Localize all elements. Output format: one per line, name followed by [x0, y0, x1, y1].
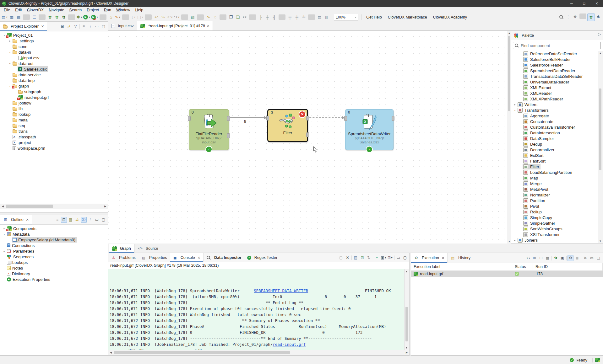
- scroll-right-arrow[interactable]: ▶: [404, 350, 409, 355]
- execution-toolbar-button[interactable]: ▢▼: [595, 255, 601, 261]
- tab-outline[interactable]: Outline✕: [0, 215, 32, 224]
- tree-item[interactable]: Salaries.xlsx: [0, 66, 108, 72]
- output-port[interactable]: [306, 132, 309, 137]
- close-icon[interactable]: ✕: [41, 24, 44, 29]
- toolbar-button[interactable]: ▼: [249, 14, 256, 20]
- toolbar-button[interactable]: ✿ ▼: [60, 14, 67, 21]
- expand-chevron-icon[interactable]: ▾: [2, 233, 6, 236]
- console-view-tab[interactable]: Problems ✕: [108, 253, 139, 262]
- toolbar-button[interactable]: ▼: [100, 14, 106, 20]
- expand-chevron-icon[interactable]: ▾: [513, 109, 517, 112]
- palette-item[interactable]: Denormalizer: [511, 147, 603, 153]
- tree-item[interactable]: read-input.grf: [0, 94, 108, 100]
- toolbar-button[interactable]: ☰ ▼: [31, 14, 38, 21]
- clover-status-icon[interactable]: [595, 358, 600, 362]
- editor-mode-tab[interactable]: Graph: [109, 244, 134, 253]
- tree-item[interactable]: subgraph: [0, 89, 108, 94]
- scroll-up-arrow[interactable]: ▲: [598, 51, 602, 55]
- tree-item[interactable]: ▾ data-in: [0, 49, 108, 55]
- tree-item[interactable]: meta: [0, 117, 108, 123]
- scroll-down-arrow[interactable]: ▼: [405, 345, 409, 350]
- tree-item[interactable]: conn: [0, 44, 108, 49]
- tree-item[interactable]: ▾ data-out: [0, 61, 108, 66]
- toolbar-button[interactable]: ❐ ▼: [227, 14, 234, 21]
- dropdown-arrow-icon[interactable]: ▼: [141, 16, 144, 18]
- palette-item[interactable]: Dedup: [511, 141, 603, 147]
- toolbar-button[interactable]: ▥ ▼: [323, 14, 330, 21]
- execution-toolbar-button[interactable]: ▭▼: [589, 255, 595, 261]
- execution-toolbar-button[interactable]: ▣▼: [559, 255, 565, 261]
- output-port[interactable]: [227, 116, 230, 121]
- panel-header-button[interactable]: ⊞: [61, 217, 67, 223]
- tree-item[interactable]: seq: [0, 123, 108, 128]
- toolbar-button[interactable]: ✂ ▼: [241, 14, 248, 21]
- toolbar-button[interactable]: ↪ ▼: [160, 14, 166, 21]
- palette-item[interactable]: DataSampler: [511, 136, 603, 141]
- close-icon[interactable]: ✕: [442, 256, 444, 260]
- node-flatfilereader[interactable]: 0 FlatFileReader ${DATAIN_DIR}/ input.cs…: [189, 109, 229, 150]
- toolbar-button[interactable]: ✿: [587, 13, 595, 21]
- horizontal-scrollbar[interactable]: ◀ ▶: [0, 204, 108, 209]
- console-toolbar-button[interactable]: ▭▼: [395, 255, 401, 261]
- palette-item[interactable]: MetaPivot: [511, 186, 603, 192]
- tree-item[interactable]: .classpath: [0, 134, 108, 140]
- dropdown-arrow-icon[interactable]: ▼: [178, 16, 180, 18]
- window-control-button[interactable]: ─: [565, 0, 578, 7]
- dropdown-arrow-icon[interactable]: ▼: [88, 16, 90, 18]
- execution-toolbar-button[interactable]: ✿▼: [568, 255, 573, 261]
- console-toolbar-button[interactable]: ▼: [351, 255, 352, 260]
- toolbar-button[interactable]: ▼: [39, 14, 46, 20]
- scrollbar-thumb[interactable]: [6, 205, 53, 208]
- toolbar-button[interactable]: ↶ ▼: [166, 14, 173, 21]
- toolbar-button[interactable]: ✎ ▼: [114, 14, 121, 21]
- tree-item[interactable]: jobflow: [0, 100, 108, 106]
- dropdown-arrow-icon[interactable]: ▼: [119, 16, 121, 18]
- dropdown-arrow-icon[interactable]: ▼: [171, 16, 173, 18]
- edge-filter-spreadsheetdatawriter[interactable]: [306, 117, 343, 118]
- menu-item[interactable]: Edit: [13, 7, 24, 13]
- console-toolbar-button[interactable]: ▣▼: [381, 255, 387, 261]
- palette-item[interactable]: Merge: [511, 181, 603, 186]
- execution-toolbar-button[interactable]: ⇥▼: [525, 255, 531, 261]
- expand-chevron-icon[interactable]: ▸: [8, 40, 12, 42]
- node-spreadsheetdatawriter[interactable]: 0 X SpreadsheetDataWriter ${DATAOUT_DIR}…: [345, 109, 394, 150]
- find-component-input[interactable]: [513, 42, 601, 49]
- tree-item[interactable]: input.csv: [0, 55, 108, 61]
- panel-header-button[interactable]: ⇄: [66, 24, 72, 29]
- dropdown-arrow-icon[interactable]: ▼: [80, 16, 83, 18]
- scrollbar-thumb[interactable]: [599, 88, 601, 170]
- toolbar-button[interactable]: ╫ ▼: [264, 14, 271, 21]
- column-execution-label[interactable]: Execution label: [411, 263, 512, 270]
- scroll-right-arrow[interactable]: ▶: [103, 204, 108, 209]
- scrollbar-thumb[interactable]: [508, 36, 510, 111]
- toolbar-button[interactable]: ▢ ▼: [137, 14, 144, 21]
- palette-item[interactable]: SimpleGather: [511, 220, 603, 226]
- toolbar-button[interactable]: ╧ ▼: [300, 14, 307, 21]
- execution-toolbar-button[interactable]: ▼: [581, 256, 581, 260]
- tree-item[interactable]: data-tmp: [0, 78, 108, 83]
- panel-header-button[interactable]: ≡: [54, 217, 60, 223]
- toolbar-button[interactable]: ▦ ▼: [8, 14, 15, 21]
- palette-item[interactable]: DataIntersection: [511, 130, 603, 136]
- tree-item[interactable]: Notes: [0, 265, 108, 271]
- execution-toolbar-button[interactable]: ✿▼: [553, 255, 559, 261]
- panel-header-button[interactable]: ∇: [73, 24, 79, 29]
- console-link[interactable]: read-input.grf: [273, 342, 306, 347]
- input-port[interactable]: [266, 116, 269, 120]
- toolbar-button[interactable]: ◌ ▼: [212, 14, 219, 21]
- panel-header-button[interactable]: ⓘ: [81, 217, 87, 223]
- toolbar-button[interactable]: ╢ ▼: [271, 14, 278, 21]
- tree-item[interactable]: Dictionary: [0, 271, 108, 276]
- console-toolbar-button[interactable]: ✖▼: [345, 255, 350, 261]
- tree-item[interactable]: ▸ Parameters: [0, 248, 108, 254]
- scroll-left-arrow[interactable]: ◀: [0, 204, 5, 209]
- editor-tab[interactable]: *read-input.grf [Project_01] #178 ✕: [137, 21, 213, 30]
- collapse-palette-button[interactable]: ▷: [596, 31, 602, 37]
- console-toolbar-button[interactable]: ⌖▼: [374, 255, 380, 261]
- palette-item[interactable]: SalesforceBulkReader: [511, 56, 603, 62]
- tree-item[interactable]: ▸ .settings: [0, 38, 108, 44]
- tree-item[interactable]: ▾ Metadata: [0, 231, 108, 237]
- menu-item[interactable]: Help: [133, 7, 146, 13]
- panel-header-button[interactable]: ⇄: [74, 217, 80, 223]
- tree-item[interactable]: Sequences: [0, 254, 108, 260]
